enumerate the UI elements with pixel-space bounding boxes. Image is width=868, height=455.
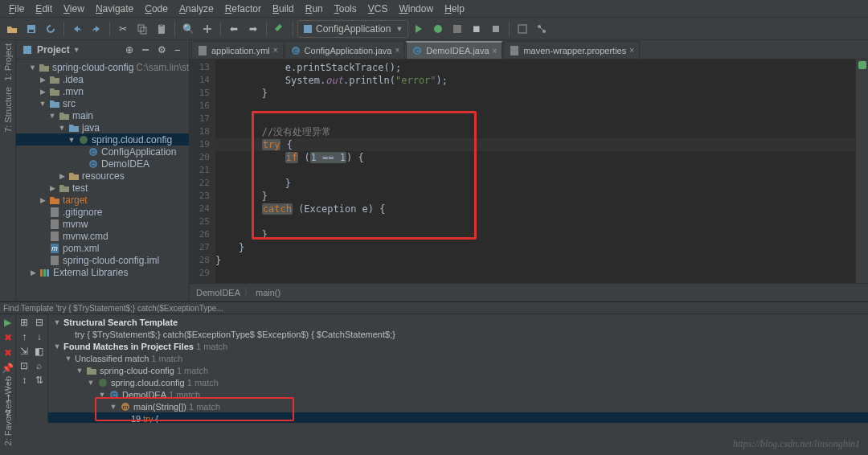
line-number[interactable]: 27 <box>190 241 215 254</box>
tree-node--mvn[interactable]: ▶.mvn <box>16 85 189 97</box>
code-line-29[interactable] <box>215 267 855 280</box>
tree-twistie[interactable]: ▼ <box>39 100 47 108</box>
tree-node--idea[interactable]: ▶.idea <box>16 73 189 85</box>
open-icon[interactable] <box>3 20 21 38</box>
editor-tab-application-yml[interactable]: application.yml× <box>191 41 284 59</box>
save-icon[interactable] <box>23 20 40 38</box>
vcs-icon[interactable] <box>514 20 531 38</box>
find-row[interactable]: ▼Structural Search Template <box>48 316 868 328</box>
line-number[interactable]: 20 <box>190 151 215 164</box>
tree-node-configapplication[interactable]: CConfigApplication <box>16 146 189 158</box>
cut-icon[interactable]: ✂ <box>114 20 132 38</box>
menu-edit[interactable]: Edit <box>30 2 58 16</box>
menu-build[interactable]: Build <box>267 2 300 16</box>
tree-twistie[interactable]: ▼ <box>76 367 84 375</box>
pin-icon[interactable]: 📌 <box>2 362 14 375</box>
tree-node-demoidea[interactable]: CDemoIDEA <box>16 158 189 170</box>
find-icon[interactable]: 🔍 <box>179 20 197 38</box>
find-row[interactable]: try { $TryStatement$;} catch($ExceptionT… <box>48 328 868 340</box>
code-line-15[interactable]: } <box>215 87 855 100</box>
code-line-27[interactable]: } <box>215 241 855 254</box>
run-config-selector[interactable]: ConfigApplication ▼ <box>297 20 408 38</box>
tool-window-favorites[interactable]: 2: Favorites <box>3 398 13 447</box>
tree-twistie[interactable]: ▼ <box>68 136 76 144</box>
tool-window-structure[interactable]: 7: Structure <box>3 85 13 134</box>
gear-icon[interactable]: ⚙ <box>155 43 168 56</box>
code-line-23[interactable]: } <box>215 190 855 203</box>
code-line-19[interactable]: try { <box>215 138 855 151</box>
line-number[interactable]: 23 <box>190 190 215 203</box>
tree-node-mvnw[interactable]: mvnw <box>16 218 189 230</box>
debug-icon[interactable] <box>429 20 447 38</box>
undo-icon[interactable] <box>68 20 86 38</box>
find-row[interactable]: ▼mmain(String[]) 1 match <box>48 400 868 412</box>
line-number[interactable]: 18 <box>190 125 215 138</box>
redo-icon[interactable] <box>88 20 105 38</box>
find-row[interactable]: ▼CDemoIDEA 1 match <box>48 388 868 400</box>
tree-node-spring-cloud-config[interactable]: ▼spring.cloud.config <box>16 133 189 146</box>
editor-breadcrumb[interactable]: DemoIDEA〉main() <box>190 283 868 301</box>
forward-icon[interactable]: ➡ <box>244 20 262 38</box>
find-row[interactable]: ▼Found Matches in Project Files 1 match <box>48 340 868 352</box>
tree-twistie[interactable]: ▼ <box>48 112 56 120</box>
code-line-20[interactable]: if (1 == 1) { <box>215 151 855 164</box>
menu-view[interactable]: View <box>58 2 90 16</box>
code-line-21[interactable] <box>215 164 855 177</box>
editor-tab-maven-wrapper-properties[interactable]: maven-wrapper.properties× <box>503 41 640 59</box>
breadcrumb-item[interactable]: main() <box>256 288 280 297</box>
close-icon[interactable]: ✖ <box>2 346 14 359</box>
project-tree[interactable]: ▼spring-cloud-config C:\sam.lin\study\sp… <box>16 59 189 301</box>
code-line-16[interactable] <box>215 100 855 113</box>
refresh-icon[interactable] <box>42 20 59 38</box>
find-row[interactable]: ▼Unclassified match 1 match <box>48 352 868 364</box>
line-number[interactable]: 24 <box>190 203 215 215</box>
tree-node-resources[interactable]: ▶resources <box>16 170 189 182</box>
tree-node-pom-xml[interactable]: mpom.xml <box>16 242 189 254</box>
tree-node-target[interactable]: ▶target <box>16 194 189 206</box>
tree-node-spring-cloud-config-iml[interactable]: spring-cloud-config.iml <box>16 254 189 266</box>
menu-refactor[interactable]: Refactor <box>219 2 267 16</box>
coverage-icon[interactable] <box>448 20 466 38</box>
line-number[interactable]: 17 <box>190 113 215 125</box>
close-icon[interactable]: × <box>629 46 634 55</box>
tree-twistie[interactable]: ▼ <box>53 342 61 350</box>
find-row[interactable]: 19 try { <box>48 412 868 423</box>
tool-window-web[interactable]: Web <box>3 375 13 396</box>
merge-icon[interactable]: ↕ <box>18 374 31 387</box>
collapse-icon[interactable] <box>139 43 152 56</box>
tree-node-test[interactable]: ▶test <box>16 182 189 194</box>
close-icon[interactable]: × <box>493 47 497 55</box>
tree-node-spring-cloud-config[interactable]: ▼spring-cloud-config C:\sam.lin\study\sp… <box>16 61 189 73</box>
line-number[interactable]: 28 <box>190 254 215 267</box>
replace-icon[interactable] <box>199 20 216 38</box>
tree-twistie[interactable]: ▼ <box>64 355 72 363</box>
next-icon[interactable]: ↓ <box>33 330 47 343</box>
tree-node-mvnw-cmd[interactable]: mvnw.cmd <box>16 230 189 242</box>
code-line-17[interactable] <box>215 113 855 125</box>
line-number[interactable]: 25 <box>190 215 215 228</box>
hide-icon[interactable]: ‒ <box>171 43 184 56</box>
code-line-22[interactable]: } <box>215 177 855 190</box>
paste-icon[interactable] <box>153 20 170 38</box>
menu-code[interactable]: Code <box>139 2 174 16</box>
run-icon[interactable] <box>410 20 428 38</box>
menu-run[interactable]: Run <box>300 2 329 16</box>
tree-node-external-libraries[interactable]: ▶External Libraries <box>16 266 189 278</box>
rerun-icon[interactable]: ▶ <box>2 316 14 329</box>
copy-icon[interactable] <box>133 20 151 38</box>
line-number[interactable]: 14 <box>190 74 215 87</box>
group-icon[interactable]: ⊡ <box>18 359 31 372</box>
tree-twistie[interactable]: ▶ <box>58 172 66 180</box>
code-line-24[interactable]: catch (Exception e) { <box>215 203 855 215</box>
editor-code[interactable]: e.printStackTrace(); System.out.println(… <box>215 59 855 283</box>
line-number[interactable]: 29 <box>190 267 215 280</box>
editor-tab-configapplication-java[interactable]: CConfigApplication.java× <box>285 41 406 59</box>
profile-icon[interactable]: ⏹ <box>468 20 485 38</box>
structure-icon[interactable] <box>533 20 551 38</box>
menu-help[interactable]: Help <box>439 2 470 16</box>
find-row[interactable]: ▼spring.cloud.config 1 match <box>48 376 868 388</box>
tree-twistie[interactable]: ▶ <box>29 268 37 277</box>
expand-all-icon[interactable]: ⊞ <box>18 316 31 329</box>
code-line-14[interactable]: System.out.println("error"); <box>215 74 855 87</box>
locate-icon[interactable]: ⊕ <box>123 43 136 56</box>
